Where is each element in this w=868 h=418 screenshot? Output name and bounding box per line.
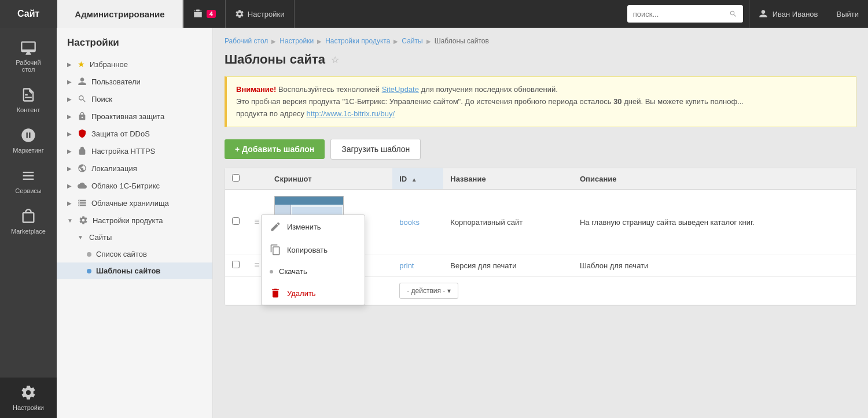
sidebar-item-settings[interactable]: Настройки [0,378,57,418]
nav-item-users[interactable]: ▶ Пользователи [57,73,212,90]
desktop-icon [20,39,36,56]
user-menu[interactable]: Иван Иванов [749,0,827,28]
add-template-label: + Добавить шаблон [235,145,314,154]
nav-item-proactive[interactable]: ▶ Проактивная защита [57,108,212,125]
row2-description: Шаблон для печати [573,254,856,277]
nav-item-locale-label: Локализация [91,164,137,173]
sidebar-item-content[interactable]: Контент [0,80,57,120]
row2-checkbox[interactable] [232,261,240,268]
nav-item-locale[interactable]: ▶ Локализация [57,160,212,177]
col-name: Название [443,168,573,190]
marketing-icon [20,127,36,143]
breadcrumb-sites[interactable]: Сайты [402,37,422,45]
icon-sidebar: Рабочийстол Контент Маркетинг Сервисы Ma… [0,28,57,418]
notification-icon [193,9,203,19]
col-description: Описание [573,168,856,190]
context-menu-download[interactable]: Скачать [262,261,365,282]
nav-item-proactive-label: Проактивная защита [91,112,164,121]
star-icon: ★ [78,60,85,69]
gear-icon [235,9,244,19]
warning-text-prefix: Воспользуйтесь технологией [278,85,382,94]
marketplace-icon [20,208,36,224]
templates-table-container: Скриншот ID ▲ Название Описание [225,168,856,306]
sidebar-item-settings-label: Настройки [13,404,44,411]
settings-btn[interactable]: Настройки [226,0,295,28]
nav-item-site-templates[interactable]: Шаблоны сайтов [57,262,212,279]
nav-item-sites-list[interactable]: Список сайтов [57,246,212,262]
warning-text-suffix: для получения последних обновлений. [421,85,558,94]
add-template-button[interactable]: + Добавить шаблон [225,139,325,159]
context-menu-edit[interactable]: Изменить [262,215,365,238]
context-copy-label: Копировать [287,246,328,254]
row2-name: Версия для печати [443,254,573,277]
breadcrumb-settings[interactable]: Настройки [279,37,314,45]
row2-id-link[interactable]: print [399,261,414,270]
user-name: Иван Иванов [773,10,818,19]
notification-badge: 4 [207,10,216,18]
warning-box: Внимание! Воспользуйтесь технологией Sit… [225,76,856,127]
user-nav-icon [78,77,87,86]
siteupdate-link[interactable]: SiteUpdate [382,85,419,94]
row1-checkbox[interactable] [232,217,240,225]
nav-item-cloud[interactable]: ▶ Облако 1С-Битрикс [57,177,212,194]
breadcrumb-desktop[interactable]: Рабочий стол [225,37,268,45]
row1-id-link[interactable]: books [399,218,420,227]
buy-link[interactable]: http://www.1c-bitrix.ru/buy/ [307,109,395,118]
context-menu-delete[interactable]: Удалить [262,282,365,305]
settings-btn-label: Настройки [248,10,285,19]
sidebar-item-content-label: Контент [17,106,41,113]
search-box[interactable] [627,5,743,23]
nav-item-ddos[interactable]: ▶ Защита от DDoS [57,125,212,142]
favorite-star-icon[interactable]: ☆ [331,54,339,65]
notifications-btn[interactable]: 4 [183,0,226,28]
breadcrumb-product-settings[interactable]: Настройки продукта [325,37,390,45]
nav-item-https-label: Настройка HTTPS [91,147,155,156]
site-tab[interactable]: Сайт [0,0,57,28]
nav-item-search[interactable]: ▶ Поиск [57,90,212,108]
nav-item-favorites[interactable]: ▶ ★ Избранное [57,56,212,73]
row1-id[interactable]: books [392,190,443,254]
copy-icon [270,244,281,256]
nav-item-product-settings[interactable]: ▼ Настройки продукта [57,212,212,229]
nav-item-ddos-label: Защита от DDoS [91,130,150,138]
row2-id[interactable]: print [392,254,443,277]
nav-item-product-settings-label: Настройки продукта [93,216,163,225]
select-all-checkbox[interactable] [232,174,240,182]
admin-tab[interactable]: Администрирование [57,0,183,28]
nav-panel-title: Настройки [57,28,212,56]
nav-item-cloud-label: Облако 1С-Битрикс [91,182,160,190]
https-nav-icon [78,146,87,156]
upload-template-label: Загрузить шаблон [341,145,410,154]
sidebar-item-marketing[interactable]: Маркетинг [0,120,57,161]
search-input[interactable] [633,10,726,19]
col-check [225,168,247,190]
nav-item-https[interactable]: ▶ Настройка HTTPS [57,142,212,160]
row2-checkbox-cell [225,254,247,277]
search-nav-icon [78,94,87,103]
shield-nav-icon [78,129,87,138]
btn-row: + Добавить шаблон Загрузить шаблон [225,139,856,160]
actions-dropdown-btn[interactable]: - действия - ▾ [399,283,458,299]
content-area: Рабочий стол ▶ Настройки ▶ Настройки про… [213,28,868,418]
col-id[interactable]: ID ▲ [392,168,443,190]
nav-item-sites[interactable]: ▼ Сайты [57,229,212,246]
nav-item-storage[interactable]: ▶ Облачные хранилища [57,194,212,212]
nav-item-sites-label: Сайты [89,233,112,242]
sidebar-item-marketplace-label: Marketplace [11,228,46,235]
sidebar-item-marketplace[interactable]: Marketplace [0,201,57,242]
logout-btn[interactable]: Выйти [827,0,869,28]
context-download-label: Скачать [279,267,307,276]
upload-template-button[interactable]: Загрузить шаблон [330,139,421,160]
sort-arrow: ▲ [411,176,417,183]
edit-icon [270,221,281,232]
sidebar-item-marketing-label: Маркетинг [13,147,43,154]
context-menu-copy[interactable]: Копировать [262,238,365,261]
warning-days-suffix: дней. Вы можете купить полноф... [624,97,744,106]
sidebar-item-desktop[interactable]: Рабочийстол [0,32,57,80]
warning-body: Это пробная версия продукта "1С-Битрикс:… [236,97,613,106]
nav-item-site-templates-label: Шаблоны сайтов [96,267,160,275]
breadcrumb: Рабочий стол ▶ Настройки ▶ Настройки про… [225,37,856,45]
sidebar-item-services[interactable]: Сервисы [0,161,57,201]
context-delete-label: Удалить [287,289,316,298]
col-screenshot: Скриншот [267,168,392,190]
